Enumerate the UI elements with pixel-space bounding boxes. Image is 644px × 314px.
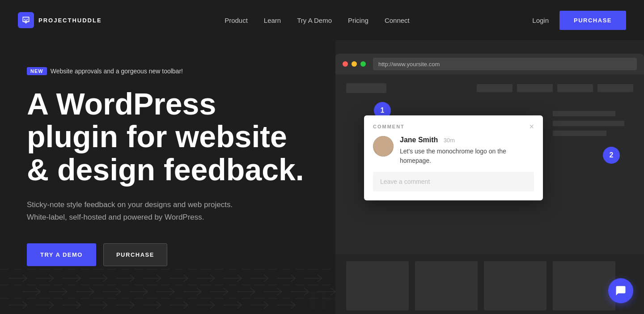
nav-try-demo[interactable]: Try A Demo	[297, 17, 332, 24]
site-nav-link	[597, 84, 633, 92]
svg-point-0	[24, 19, 25, 20]
site-nav-mock	[346, 83, 633, 93]
comment-popup: COMMENT × Jane Smith 30m	[364, 115, 543, 200]
comment-pin-2[interactable]: 2	[603, 147, 620, 164]
nav-right: Login PURCHASE	[532, 11, 626, 30]
logo[interactable]: PROJECTHUDDLE	[18, 12, 102, 28]
browser-url: http://www.yoursite.com	[373, 58, 637, 70]
svg-point-1	[26, 19, 28, 20]
browser-bar: http://www.yoursite.com	[335, 54, 644, 74]
hero-left: NEW Website approvals and a gorgeous new…	[0, 40, 335, 314]
bottom-cards	[335, 254, 644, 314]
comment-author-name: Jane Smith	[400, 136, 438, 144]
comment-input-area[interactable]: Leave a comment	[373, 172, 534, 191]
comment-input-placeholder: Leave a comment	[380, 178, 430, 185]
badge-new-label: NEW	[27, 67, 47, 75]
new-badge: NEW Website approvals and a gorgeous new…	[27, 67, 309, 75]
comment-popup-header: COMMENT ×	[364, 115, 543, 136]
badge-description: Website approvals and a gorgeous new too…	[51, 68, 183, 75]
nav-connect[interactable]: Connect	[385, 17, 410, 24]
nav-learn[interactable]: Learn	[264, 17, 281, 24]
nav-product[interactable]: Product	[225, 17, 248, 24]
bottom-card-1	[346, 261, 409, 310]
svg-text:TH: TH	[304, 285, 335, 314]
comment-body: Jane Smith 30m Let's use the monochrome …	[364, 136, 543, 200]
bottom-card-4	[553, 261, 615, 310]
navbar: PROJECTHUDDLE Product Learn Try A Demo P…	[0, 0, 644, 40]
browser-mockup: http://www.yoursite.com	[335, 54, 644, 314]
logo-text: PROJECTHUDDLE	[38, 17, 102, 24]
hero-right: http://www.yoursite.com	[335, 40, 644, 314]
avatar-face	[373, 136, 394, 157]
logo-icon	[18, 12, 34, 28]
comment-avatar	[373, 136, 394, 157]
comment-time: 30m	[444, 137, 455, 144]
browser-dot-red	[343, 61, 348, 67]
comment-close-button[interactable]: ×	[529, 123, 534, 131]
site-nav-links	[477, 84, 633, 92]
site-nav-link	[477, 84, 513, 92]
content-lines-right	[553, 111, 633, 140]
nav-links: Product Learn Try A Demo Pricing Connect	[225, 17, 410, 24]
nav-pricing[interactable]: Pricing	[348, 17, 369, 24]
arrow-decoration: TH	[0, 216, 335, 314]
hero-section: NEW Website approvals and a gorgeous new…	[0, 40, 644, 314]
chat-bubble-button[interactable]	[608, 278, 633, 303]
browser-dot-green	[360, 61, 366, 67]
comment-text: Let's use the monochrome logo on the hom…	[400, 147, 534, 165]
site-nav-link	[517, 84, 553, 92]
hero-title: A WordPress plugin for website & design …	[27, 88, 309, 186]
comment-area: 1 2 COMMENT ×	[346, 102, 633, 245]
site-nav-logo-placeholder	[346, 83, 386, 93]
comment-author-row: Jane Smith 30m Let's use the monochrome …	[373, 136, 534, 165]
bottom-card-2	[415, 261, 478, 310]
nav-login[interactable]: Login	[532, 17, 549, 24]
browser-dot-yellow	[352, 61, 357, 67]
comment-label: COMMENT	[373, 124, 405, 129]
site-nav-link	[557, 84, 593, 92]
nav-purchase-button[interactable]: PURCHASE	[559, 11, 626, 30]
website-content: 1 2 COMMENT ×	[335, 74, 644, 254]
comment-author-info: Jane Smith 30m Let's use the monochrome …	[400, 136, 534, 165]
bottom-card-3	[484, 261, 547, 310]
